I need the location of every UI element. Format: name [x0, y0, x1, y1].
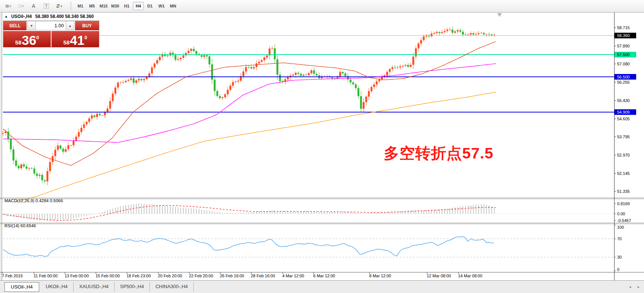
svg-text:15 Feb 00:00: 15 Feb 00:00 — [96, 274, 120, 278]
timeframe-m5[interactable]: M5 — [87, 2, 97, 10]
svg-text:8 Mar 12:00: 8 Mar 12:00 — [369, 274, 391, 278]
svg-text:57.080: 57.080 — [617, 62, 630, 66]
svg-text:0.8169: 0.8169 — [617, 201, 630, 206]
volume-stepper: ▾ 1.00 ▴ — [27, 21, 75, 30]
timeframe-w1[interactable]: W1 — [156, 2, 167, 10]
text-box-icon[interactable]: T — [40, 1, 52, 11]
svg-text:12 Mar 08:00: 12 Mar 08:00 — [427, 274, 451, 278]
timeframe-d1[interactable]: D1 — [144, 2, 155, 10]
indicator-e-icon[interactable]: ≋E — [2, 1, 14, 11]
volume-decrease-button[interactable]: ▾ — [27, 21, 36, 30]
chart-text-annotation[interactable]: 多空转折点57.5 — [384, 143, 494, 164]
svg-text:20 Feb 20:00: 20 Feb 20:00 — [158, 274, 182, 278]
svg-text:54.909: 54.909 — [617, 110, 630, 114]
chart-tab-bar: USOil-,H4UKOil-,H4XAUUSD-,H4SP500-,H4CHI… — [0, 280, 644, 293]
chart-tab-ukoil-h4[interactable]: UKOil-,H4 — [40, 282, 74, 292]
grid-f-icon[interactable]: ⁙F — [15, 1, 27, 11]
svg-text:30: 30 — [617, 255, 622, 259]
svg-text:52.970: 52.970 — [617, 153, 630, 157]
svg-text:0.00: 0.00 — [617, 212, 625, 216]
chart-tab-sp500-h4[interactable]: SP500-,H4 — [115, 282, 150, 292]
timeframe-mn[interactable]: MN — [168, 2, 178, 10]
svg-text:58.715: 58.715 — [617, 25, 630, 30]
svg-text:14 Mar 08:00: 14 Mar 08:00 — [458, 274, 482, 278]
tab-scroll-controls: ◄ ► — [628, 281, 640, 293]
sell-price-prefix: 58 — [15, 40, 22, 45]
chart-header: ▲ USOil-,H4 58.380 58.400 58.340 58.360 — [4, 14, 94, 19]
svg-text:100: 100 — [617, 225, 624, 229]
chart-tabs: USOil-,H4UKOil-,H4XAUUSD-,H4SP500-,H4CHI… — [4, 282, 194, 292]
svg-text:56.255: 56.255 — [617, 80, 630, 84]
svg-text:52.145: 52.145 — [617, 171, 630, 176]
svg-text:-0.5457: -0.5457 — [617, 218, 631, 223]
timeframe-m30[interactable]: M30 — [110, 2, 121, 10]
buy-price-prefix: 58 — [63, 40, 70, 45]
svg-text:6 Mar 12:00: 6 Mar 12:00 — [313, 274, 335, 278]
svg-text:57.500: 57.500 — [617, 52, 630, 57]
collapse-trade-panel-icon[interactable]: ▲ — [4, 15, 8, 18]
chart-ohlc-values: 58.380 58.400 58.340 58.360 — [35, 14, 94, 19]
tab-scroll-right-icon[interactable]: ► — [637, 285, 640, 289]
sort-arrows-icon[interactable]: ⇵▾ — [53, 1, 65, 11]
chart-tab-china300-h4[interactable]: CHINA300-,H4 — [150, 282, 194, 292]
svg-text:4 Mar 12:00: 4 Mar 12:00 — [282, 274, 304, 278]
svg-text:18 Feb 23:00: 18 Feb 23:00 — [127, 274, 151, 278]
buy-button[interactable]: BUY — [75, 21, 99, 30]
timeframe-m15[interactable]: M15 — [98, 2, 109, 10]
chart-tab-usoil-h4[interactable]: USOil-,H4 — [4, 282, 39, 292]
sell-price-display[interactable]: 58360 — [3, 31, 51, 47]
svg-text:13 Feb 00:00: 13 Feb 00:00 — [65, 274, 89, 278]
macd-label: MACD(12,26,9) 0.4284 0.5066 — [4, 198, 63, 203]
svg-text:22 Feb 20:00: 22 Feb 20:00 — [189, 274, 213, 278]
toolbar-drag-handle[interactable] — [70, 2, 72, 10]
chart-symbol-label: USOil-,H4 — [11, 14, 32, 19]
svg-text:57.890: 57.890 — [617, 44, 630, 48]
sell-price-pip: 0 — [36, 35, 39, 40]
svg-text:55.430: 55.430 — [617, 98, 630, 103]
buy-price-pip: 0 — [84, 35, 87, 40]
buy-price-main: 41 — [70, 35, 84, 46]
volume-value[interactable]: 1.00 — [36, 21, 66, 30]
rsi-label: RSI(14) 60.6546 — [4, 223, 36, 228]
svg-text:26 Feb 16:00: 26 Feb 16:00 — [220, 274, 244, 278]
svg-text:54.605: 54.605 — [617, 117, 630, 121]
svg-text:58.360: 58.360 — [617, 33, 630, 38]
svg-text:28 Feb 16:00: 28 Feb 16:00 — [251, 274, 275, 278]
timeframe-m1[interactable]: M1 — [75, 2, 86, 10]
main-toolbar: ≋E⁙FAT⇵▾ M1M5M15M30H1H4D1W1MN — [0, 0, 644, 12]
text-label-icon[interactable]: A — [28, 1, 40, 11]
svg-text:7 Feb 2019: 7 Feb 2019 — [2, 274, 23, 278]
svg-text:70: 70 — [617, 237, 622, 241]
svg-text:11 Feb 00:00: 11 Feb 00:00 — [34, 274, 57, 278]
timeframe-h1[interactable]: H1 — [121, 2, 132, 10]
volume-increase-button[interactable]: ▴ — [66, 21, 74, 30]
buy-price-display[interactable]: 58410 — [52, 31, 99, 47]
svg-text:53.795: 53.795 — [617, 135, 630, 139]
tab-scroll-left-icon[interactable]: ◄ — [628, 285, 632, 289]
timeframe-buttons: M1M5M15M30H1H4D1W1MN — [75, 2, 179, 10]
sell-price-main: 36 — [22, 35, 36, 46]
timeframe-h4[interactable]: H4 — [133, 2, 144, 10]
chart-tab-xauusd-h4[interactable]: XAUUSD-,H4 — [74, 282, 115, 292]
svg-text:56.500: 56.500 — [617, 75, 630, 79]
sell-button[interactable]: SELL — [3, 21, 27, 30]
one-click-trade-panel: SELL ▾ 1.00 ▴ BUY 58360 58410 — [3, 21, 99, 47]
svg-text:51.335: 51.335 — [617, 189, 630, 194]
svg-text:0: 0 — [617, 267, 619, 272]
